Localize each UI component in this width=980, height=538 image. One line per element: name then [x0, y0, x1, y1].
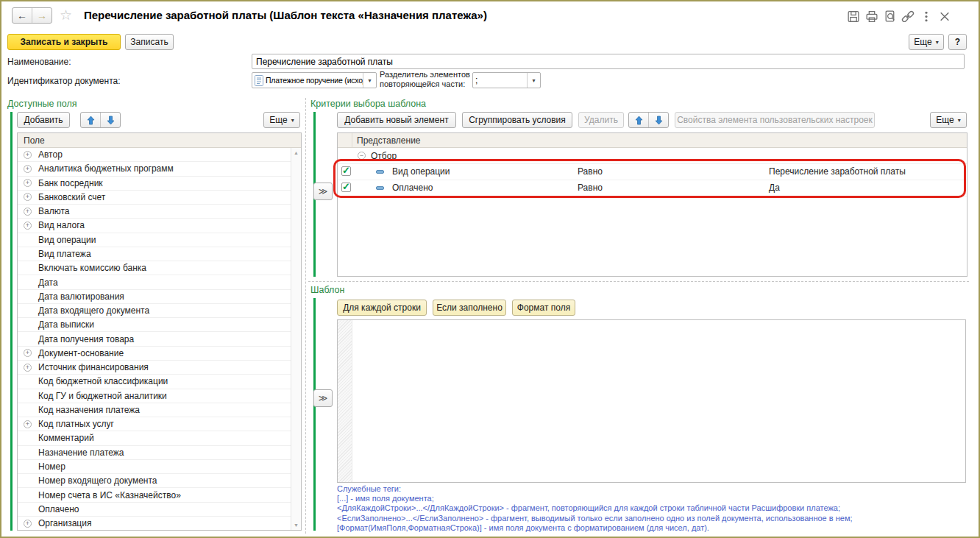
list-item[interactable]: + Код назначения платежа — [18, 403, 291, 417]
more-button-fields[interactable]: Еще▾ — [263, 112, 300, 128]
close-icon[interactable] — [937, 10, 952, 24]
expand-plus-icon[interactable]: + — [24, 165, 32, 173]
checkbox-column-header — [338, 133, 352, 147]
separator-combobox[interactable]: ; ▾ — [472, 72, 541, 88]
add-field-button[interactable]: Добавить — [17, 112, 70, 128]
list-item[interactable]: + Вид операции — [18, 233, 291, 247]
template-text-editor[interactable] — [337, 319, 966, 483]
list-item[interactable]: + Номер счета в ИС «Казначейство» — [18, 488, 291, 502]
table-row[interactable]: ✓ Вид операции Равно Перечисление зарабо… — [338, 164, 967, 180]
list-item[interactable]: + Включать комиссию банка — [18, 261, 291, 275]
list-item[interactable]: + Организация — [18, 517, 291, 530]
list-item[interactable]: + Дата — [18, 275, 291, 289]
list-item[interactable]: + Банк посредник — [18, 177, 291, 191]
menu-kebab-icon[interactable] — [919, 10, 934, 24]
filter-group-row[interactable]: − Отбор — [338, 148, 967, 164]
row-checkbox[interactable]: ✓ — [341, 166, 351, 176]
list-item[interactable]: + Дата выписки — [18, 318, 291, 332]
expand-plus-icon[interactable]: + — [24, 364, 32, 372]
row-checkbox[interactable]: ✓ — [341, 183, 351, 192]
field-format-tag-button[interactable]: Формат поля — [512, 300, 575, 316]
list-item[interactable]: + Комментарий — [18, 431, 291, 445]
list-item[interactable]: + Аналитика бюджетных программ — [18, 162, 291, 176]
move-up-button[interactable] — [81, 113, 100, 127]
list-item[interactable]: + Автор — [18, 148, 291, 162]
print-icon[interactable] — [864, 10, 879, 24]
if-filled-tag-button[interactable]: Если заполнено — [433, 300, 506, 316]
list-item[interactable]: + Валюта — [18, 205, 291, 219]
preview-icon[interactable] — [883, 10, 898, 24]
more-button-criteria[interactable]: Еще▾ — [930, 112, 967, 128]
save-button[interactable]: Записать — [125, 34, 174, 50]
horizontal-splitter[interactable] — [308, 281, 969, 282]
expand-template-button[interactable]: ≫ — [313, 389, 333, 407]
help-button[interactable]: ? — [948, 34, 967, 50]
scroll-up-icon[interactable]: ▲ — [291, 150, 301, 155]
list-item[interactable]: + Дата получения товара — [18, 332, 291, 346]
hint-line: <ЕслиЗаполнено>...</ЕслиЗаполнено> - фра… — [337, 514, 853, 523]
expand-plus-icon[interactable]: + — [24, 179, 32, 187]
filter-field: Оплачено — [392, 183, 433, 193]
list-item[interactable]: + Номер входящего документа — [18, 474, 291, 488]
field-label: Назначение платежа — [38, 447, 124, 458]
more-button-top[interactable]: Еще▾ — [909, 34, 944, 50]
dropdown-arrow-icon[interactable]: ▾ — [363, 73, 376, 88]
expand-plus-icon[interactable]: + — [24, 520, 32, 528]
move-buttons — [628, 112, 669, 128]
dropdown-arrow-icon[interactable]: ▾ — [527, 73, 540, 88]
add-new-element-button[interactable]: Добавить новый элемент — [337, 112, 456, 128]
list-item[interactable]: + Назначение платежа — [18, 446, 291, 460]
move-down-button[interactable] — [648, 113, 668, 127]
save-and-close-button[interactable]: Записать и закрыть — [7, 34, 121, 50]
list-item[interactable]: + Код платных услуг — [18, 417, 291, 431]
hint-line: Служебные теги: — [337, 484, 853, 494]
expand-plus-icon[interactable]: + — [24, 349, 32, 357]
separator-label: Разделитель элементов повторяющейся част… — [380, 70, 470, 89]
list-item[interactable]: + Оплачено — [18, 503, 291, 517]
table-row[interactable]: ✓ Оплачено Равно Да — [338, 180, 967, 197]
list-item[interactable]: + Дата валютирования — [18, 290, 291, 304]
list-item[interactable]: + Банковский счет — [18, 191, 291, 205]
field-label: Дата входящего документа — [38, 305, 149, 316]
doc-id-combobox[interactable]: Платежное поручение (исходящее) ▾ — [252, 72, 377, 88]
field-label: Дата — [38, 277, 58, 288]
collapse-minus-icon[interactable]: − — [358, 152, 366, 160]
save-icon[interactable] — [846, 10, 861, 24]
criteria-table: Представление − Отбор ✓ Вид операции Рав… — [337, 132, 967, 277]
field-label: Дата выписки — [38, 319, 94, 330]
list-item[interactable]: + Документ-основание — [18, 347, 291, 361]
expand-plus-icon[interactable]: + — [24, 193, 32, 201]
link-icon[interactable] — [901, 10, 915, 24]
scroll-down-icon[interactable]: ▼ — [291, 523, 301, 528]
arrow-down-icon — [107, 116, 115, 125]
name-input[interactable] — [252, 54, 965, 69]
list-item[interactable]: + Код бюджетной классификации — [18, 375, 291, 389]
list-item[interactable]: + Номер — [18, 460, 291, 474]
name-label: Наименование: — [7, 57, 71, 67]
move-down-button[interactable] — [100, 113, 120, 127]
fields-scrollbar[interactable]: ▲ ▼ — [291, 148, 301, 530]
move-up-button[interactable] — [629, 113, 648, 127]
expand-plus-icon[interactable]: + — [24, 208, 32, 216]
vertical-splitter[interactable] — [305, 98, 306, 534]
list-item[interactable]: + Дата входящего документа — [18, 304, 291, 318]
field-label: Автор — [38, 149, 63, 160]
list-item[interactable]: + Вид платежа — [18, 247, 291, 261]
filter-item-icon — [376, 186, 384, 190]
field-label: Номер счета в ИС «Казначейство» — [38, 490, 181, 500]
forward-button[interactable]: → — [32, 8, 52, 23]
filter-condition: Равно — [578, 166, 603, 177]
user-settings-props-button[interactable]: Свойства элемента пользовательских настр… — [675, 112, 875, 128]
expand-criteria-button[interactable]: ≫ — [313, 183, 333, 200]
favorite-star-icon[interactable]: ☆ — [60, 7, 72, 24]
list-item[interactable]: + Код ГУ и бюджетной аналитики — [18, 389, 291, 403]
back-button[interactable]: ← — [13, 8, 32, 23]
each-row-tag-button[interactable]: Для каждой строки — [337, 300, 427, 316]
list-item[interactable]: + Вид налога — [18, 219, 291, 233]
expand-plus-icon[interactable]: + — [24, 151, 32, 159]
delete-button[interactable]: Удалить — [578, 112, 624, 128]
group-conditions-button[interactable]: Сгруппировать условия — [462, 112, 572, 128]
expand-plus-icon[interactable]: + — [24, 420, 32, 428]
list-item[interactable]: + Источник финансирования — [18, 361, 291, 375]
expand-plus-icon[interactable]: + — [24, 222, 32, 230]
